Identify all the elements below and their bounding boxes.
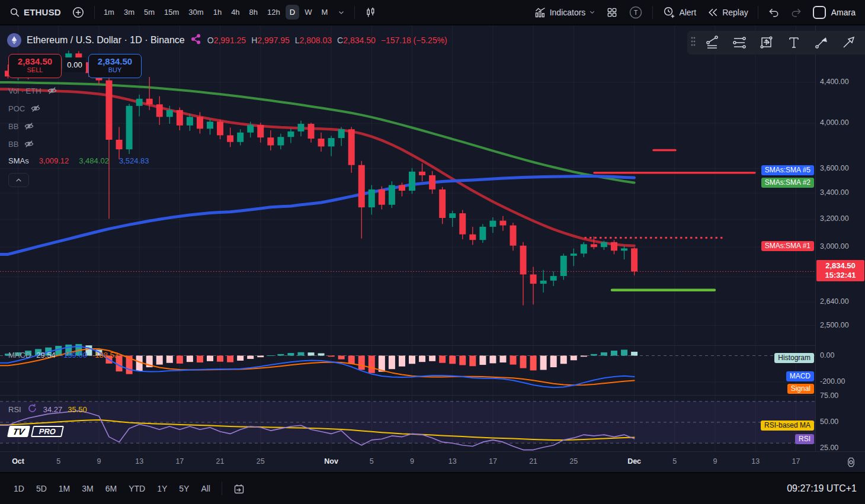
axis-tag-rsi-based-ma: RSI-based MA: [761, 420, 814, 431]
svg-text:T: T: [634, 9, 638, 16]
price-axis-label: 4,000.00: [820, 118, 849, 127]
projection-tool-button[interactable]: [754, 33, 780, 53]
bottom-toolbar: 1D5D1M3M6MYTD1Y5YAll 09:27:19 UTC+1: [0, 472, 865, 504]
time-axis[interactable]: Oct5913172125Nov5913172125Dec591317: [0, 451, 865, 472]
range-button-1y[interactable]: 1Y: [152, 480, 172, 497]
axis-tag-smas-sma-2: SMAs:SMA #2: [761, 178, 814, 188]
chart-canvas[interactable]: [0, 25, 815, 451]
legend-collapse-button[interactable]: [8, 173, 29, 187]
indicators-button[interactable]: Indicators: [530, 4, 601, 21]
trend-line-tool-button[interactable]: [699, 33, 725, 53]
symbol-search-button[interactable]: ETHUSD: [5, 4, 66, 21]
rsi-ma-value: 35.50: [68, 405, 87, 414]
time-tick-17: 17: [781, 457, 810, 466]
sma-value: 3,009.12: [39, 156, 69, 165]
last-price-label: 2,834.5015:32:41: [816, 260, 864, 281]
legend-row-bb: BB: [8, 139, 34, 149]
countdown: 15:32:41: [816, 271, 864, 280]
sma-value: 3,484.02: [79, 156, 109, 165]
trend-arrow-tool-button[interactable]: [808, 33, 834, 53]
ohlc-item: L2,808.03: [295, 36, 332, 45]
compare-add-button[interactable]: [67, 3, 89, 22]
eye-off-icon[interactable]: [30, 103, 41, 114]
macd-value: -159.00: [61, 351, 87, 359]
replay-button[interactable]: Replay: [702, 4, 753, 21]
goto-date-button[interactable]: [228, 480, 250, 498]
eye-off-icon[interactable]: [24, 121, 34, 131]
toolbar-separator: [222, 482, 222, 495]
interval-menu-chevron[interactable]: [333, 6, 350, 19]
chart-header: Ethereum / U.S. Dollar · 1D · Binance O2…: [7, 33, 447, 47]
eye-off-icon[interactable]: [24, 139, 34, 149]
range-button-3m[interactable]: 3M: [76, 480, 98, 497]
gear-icon[interactable]: [845, 457, 857, 470]
drag-handle-icon[interactable]: [688, 35, 698, 50]
layout-grid-button[interactable]: [601, 4, 623, 21]
interval-button-1m[interactable]: 1m: [100, 5, 118, 20]
macd-axis-label: 0.00: [820, 351, 834, 359]
symbol-title[interactable]: Ethereum / U.S. Dollar · 1D · Binance: [27, 35, 185, 46]
range-button-1d[interactable]: 1D: [8, 480, 30, 497]
text-tool-button[interactable]: [781, 33, 807, 53]
legend-row-poc: POC: [8, 103, 41, 114]
time-tick-9: 9: [398, 457, 427, 466]
horizontal-lines-icon: [732, 35, 747, 50]
arrow-line-icon: [813, 35, 829, 50]
range-button-5y[interactable]: 5Y: [174, 480, 194, 497]
alert-clock-icon: [662, 6, 675, 19]
range-button-5d[interactable]: 5D: [31, 480, 52, 497]
refresh-icon[interactable]: [27, 403, 38, 416]
arrow-marker-tool-button[interactable]: [835, 33, 861, 53]
alert-button[interactable]: Alert: [658, 3, 701, 22]
buy-label: BUY: [89, 66, 141, 73]
symbol-name: ETHUSD: [24, 7, 61, 17]
interval-button-12h[interactable]: 12h: [263, 5, 284, 20]
chart-style-button[interactable]: [360, 4, 381, 21]
toolbar-separator: [354, 6, 355, 19]
range-button-ytd[interactable]: YTD: [123, 480, 150, 497]
top-toolbar: ETHUSD 1m3m5m15m30m1h4h8h12hDWM Indicato…: [0, 0, 865, 25]
range-button-1m[interactable]: 1M: [53, 480, 75, 497]
price-axis-label: 3,600.00: [820, 164, 849, 172]
tradingview-logo: TV PRO: [8, 426, 63, 437]
interval-button-4h[interactable]: 4h: [227, 5, 244, 20]
interval-button-W[interactable]: W: [300, 5, 316, 20]
ohlc-item: C2,834.50: [337, 36, 376, 45]
templates-button[interactable]: T: [624, 2, 648, 23]
sell-label: SELL: [9, 66, 61, 73]
sell-button[interactable]: 2,834.50 SELL: [8, 54, 62, 78]
text-tool-icon: [786, 35, 802, 50]
interval-button-1h[interactable]: 1h: [209, 5, 226, 20]
interval-button-30m[interactable]: 30m: [184, 5, 207, 20]
axis-tag-rsi: RSI: [795, 434, 814, 444]
interval-button-5m[interactable]: 5m: [140, 5, 159, 20]
undo-button[interactable]: [763, 4, 784, 21]
legend-label: POC: [8, 104, 25, 113]
time-tick-5: 5: [357, 457, 386, 466]
tradingview-logo-mark: TV: [7, 426, 30, 437]
range-button-6m[interactable]: 6M: [100, 480, 122, 497]
clock[interactable]: 09:27:19 UTC+1: [787, 483, 857, 494]
toolbar-separator: [758, 6, 758, 19]
rsi-legend: RSI34.2735.50: [8, 403, 87, 416]
interval-button-3m[interactable]: 3m: [120, 5, 139, 20]
interval-button-D[interactable]: D: [286, 5, 299, 20]
alert-label: Alert: [679, 8, 696, 17]
macd-title: MACD: [8, 351, 31, 359]
eye-off-icon[interactable]: [47, 85, 57, 96]
interval-group: 1m3m5m15m30m1h4h8h12hDWM: [100, 5, 332, 20]
interval-button-8h[interactable]: 8h: [245, 5, 262, 20]
price-axis[interactable]: 4,400.004,000.003,600.003,400.003,200.00…: [815, 25, 865, 451]
range-button-all[interactable]: All: [196, 480, 216, 497]
smas-label: SMAs: [8, 156, 29, 165]
chevron-down-icon: [589, 9, 595, 15]
rsi-axis-label: 75.00: [820, 391, 838, 400]
buy-button[interactable]: 2,834.50 BUY: [88, 54, 142, 78]
interval-button-15m[interactable]: 15m: [160, 5, 183, 20]
trend-line-icon: [704, 35, 720, 50]
user-menu-button[interactable]: Amara: [808, 3, 860, 22]
share-icon[interactable]: [190, 33, 202, 47]
interval-button-M[interactable]: M: [317, 5, 332, 20]
horizontal-line-tool-button[interactable]: [726, 33, 752, 53]
redo-button[interactable]: [786, 4, 807, 21]
